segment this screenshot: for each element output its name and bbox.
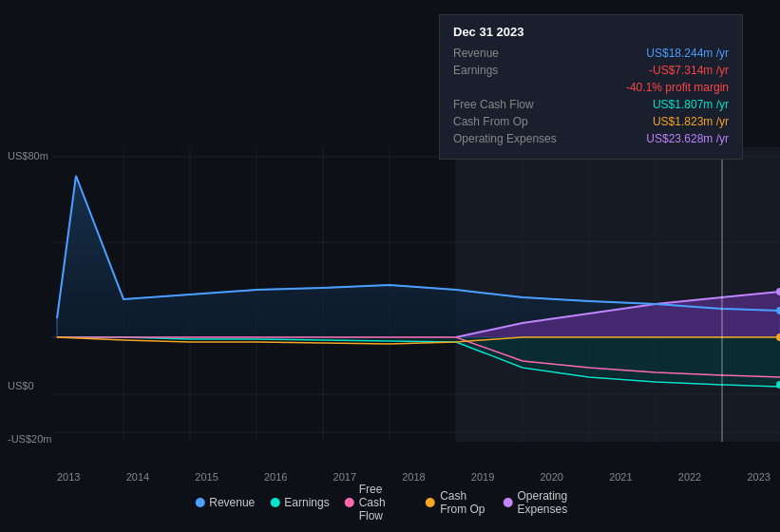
legend-item-opex[interactable]: Operating Expenses [503, 489, 584, 516]
tooltip-box: Dec 31 2023 Revenue US$18.244m /yr Earni… [439, 14, 743, 160]
legend-dot-cashop [426, 498, 435, 507]
legend-item-cashop[interactable]: Cash From Op [426, 489, 487, 516]
x-label-2016: 2016 [264, 471, 287, 483]
legend-item-fcf[interactable]: Free Cash Flow [345, 483, 411, 522]
tooltip-label-fcf: Free Cash Flow [453, 98, 534, 111]
legend-dot-fcf [345, 498, 354, 507]
x-label-2015: 2015 [195, 471, 218, 483]
chart-legend: Revenue Earnings Free Cash Flow Cash Fro… [195, 483, 585, 522]
tooltip-label-earnings: Earnings [453, 64, 498, 77]
tooltip-label-revenue: Revenue [453, 47, 499, 60]
x-label-2021: 2021 [609, 471, 632, 483]
main-chart-svg [0, 147, 780, 451]
x-label-2019: 2019 [471, 471, 494, 483]
legend-item-revenue[interactable]: Revenue [195, 496, 255, 509]
tooltip-row-cashop: Cash From Op US$1.823m /yr [453, 115, 729, 128]
tooltip-title: Dec 31 2023 [453, 25, 729, 39]
tooltip-row-opex: Operating Expenses US$23.628m /yr [453, 132, 729, 145]
x-label-2023: 2023 [747, 471, 770, 483]
legend-label-fcf: Free Cash Flow [359, 483, 411, 522]
tooltip-value-profit-margin: -40.1% profit margin [626, 81, 729, 94]
legend-label-revenue: Revenue [209, 496, 255, 509]
tooltip-value-revenue: US$18.244m /yr [646, 47, 729, 60]
x-label-2013: 2013 [57, 471, 80, 483]
legend-dot-earnings [270, 498, 279, 507]
tooltip-value-fcf: US$1.807m /yr [653, 98, 729, 111]
tooltip-row-revenue: Revenue US$18.244m /yr [453, 47, 729, 60]
tooltip-row-profit-margin: -40.1% profit margin [453, 81, 729, 94]
tooltip-row-fcf: Free Cash Flow US$1.807m /yr [453, 98, 729, 111]
legend-label-earnings: Earnings [284, 496, 329, 509]
tooltip-row-earnings: Earnings -US$7.314m /yr [453, 64, 729, 77]
legend-item-earnings[interactable]: Earnings [270, 496, 329, 509]
tooltip-label-cashop: Cash From Op [453, 115, 528, 128]
legend-dot-revenue [195, 498, 204, 507]
x-label-2020: 2020 [540, 471, 562, 483]
tooltip-value-opex: US$23.628m /yr [646, 132, 729, 145]
x-label-2018: 2018 [402, 471, 425, 483]
legend-dot-opex [503, 498, 512, 507]
tooltip-value-cashop: US$1.823m /yr [653, 115, 729, 128]
legend-label-opex: Operating Expenses [517, 489, 584, 516]
chart-container: Dec 31 2023 Revenue US$18.244m /yr Earni… [0, 0, 780, 532]
x-label-2014: 2014 [126, 471, 149, 483]
legend-label-cashop: Cash From Op [440, 489, 487, 516]
x-label-2022: 2022 [678, 471, 701, 483]
tooltip-label-opex: Operating Expenses [453, 132, 557, 145]
tooltip-value-earnings: -US$7.314m /yr [649, 64, 729, 77]
x-label-2017: 2017 [333, 471, 356, 483]
